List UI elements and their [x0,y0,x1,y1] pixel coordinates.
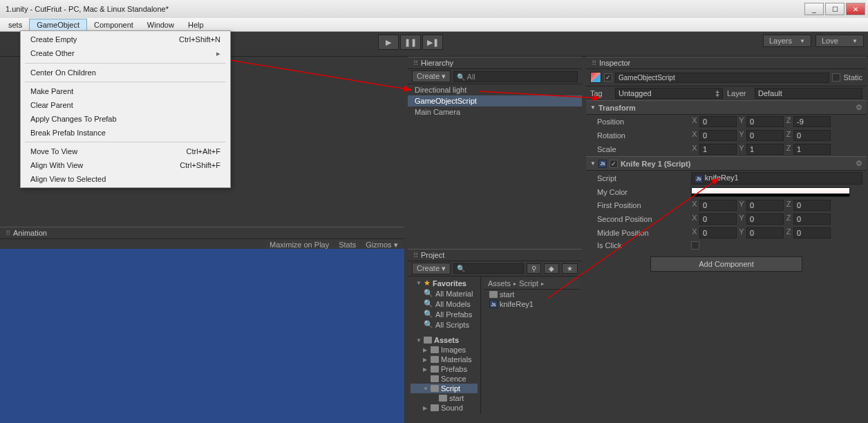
layout-dropdown[interactable]: Love▼ [815,35,864,47]
favorites-header[interactable]: ▼★Favorites [411,278,478,288]
object-name-field[interactable]: GameObjectScript [615,73,829,83]
rot-x[interactable]: 0 [699,130,737,141]
script-field[interactable]: Js knifeRey1 [691,172,862,185]
menu-window[interactable]: Window [140,19,181,30]
game-view[interactable] [0,249,404,423]
scale-z[interactable]: 1 [793,144,831,155]
folder-materials[interactable]: ▶Materials [411,355,478,364]
filter-icon[interactable]: ⚲ [527,263,541,274]
fav-all-prefabs[interactable]: 🔍All Prefabs [411,309,478,319]
hierarchy-item[interactable]: Directional light [408,84,582,95]
expand-icon: ▼ [590,104,596,111]
first-y[interactable]: 0 [746,200,784,211]
project-search[interactable]: 🔍 [453,263,524,274]
breadcrumb-script[interactable]: Script [519,279,538,288]
maximize-button[interactable]: ☐ [825,3,845,15]
isclick-checkbox[interactable] [691,241,699,250]
middle-z[interactable]: 0 [793,227,831,238]
menu-break-prefab[interactable]: Break Prefab Instance [21,126,230,140]
search-icon: 🔍 [424,310,433,319]
menu-move-to-view[interactable]: Move To ViewCtrl+Alt+F [21,144,230,158]
minimize-button[interactable]: _ [804,3,824,15]
asset-kniferey1[interactable]: JsknifeRey1 [484,299,579,309]
first-x[interactable]: 0 [699,200,737,211]
folder-icon [431,385,439,392]
fav-all-material[interactable]: 🔍All Material [411,288,478,299]
project-tab[interactable]: Project [421,251,444,259]
type-icon[interactable]: ★ [562,263,578,274]
hierarchy-item-selected[interactable]: GameObjectScript [408,95,582,106]
menu-align-with-view[interactable]: Align With ViewCtrl+Shift+F [21,158,230,172]
static-label: Static [843,73,862,82]
component-enabled-checkbox[interactable] [610,160,618,168]
pos-y[interactable]: 0 [746,116,784,127]
animation-tab[interactable]: Animation [13,229,47,237]
script-component-header[interactable]: ▼ Js Knife Rey 1 (Script) ⚙ [586,156,867,171]
fav-all-models[interactable]: 🔍All Models [411,299,478,309]
menu-create-other[interactable]: Create Other▸ [21,46,230,61]
search-icon: 🔍 [424,289,433,298]
transform-header[interactable]: ▼ Transform ⚙ [586,100,867,115]
menu-gameobject[interactable]: GameObject [29,19,87,31]
second-z[interactable]: 0 [793,214,831,225]
step-button[interactable]: ▶❚ [422,35,443,50]
folder-icon [431,346,439,353]
pause-button[interactable]: ❚❚ [400,35,421,50]
menu-component[interactable]: Component [87,19,140,30]
menu-make-parent[interactable]: Make Parent [21,84,230,98]
gear-icon[interactable]: ⚙ [856,159,862,168]
color-field[interactable] [691,187,850,197]
active-checkbox[interactable] [604,73,612,82]
label-icon[interactable]: ◆ [544,263,559,274]
menu-sets[interactable]: sets [1,19,29,30]
menu-apply-prefab[interactable]: Apply Changes To Prefab [21,112,230,126]
assets-header[interactable]: ▼Assets [411,335,478,345]
folder-icon [424,337,432,344]
hierarchy-create-button[interactable]: Create ▾ [412,70,451,82]
folder-icon [431,404,439,411]
middle-x[interactable]: 0 [699,227,737,238]
play-button[interactable]: ▶ [378,35,399,50]
rot-y[interactable]: 0 [746,130,784,141]
gameobject-icon [590,72,601,83]
inspector-tab[interactable]: Inspector [599,59,630,67]
close-button[interactable]: ✕ [846,3,865,15]
scale-y[interactable]: 1 [746,144,784,155]
hierarchy-item[interactable]: Main Camera [408,106,582,118]
menu-clear-parent[interactable]: Clear Parent [21,98,230,112]
project-create-button[interactable]: Create ▾ [412,263,451,274]
middle-y[interactable]: 0 [746,227,784,238]
asset-start[interactable]: start [484,290,579,299]
folder-script[interactable]: ▼Script [411,384,478,393]
menu-align-view-selected[interactable]: Align View to Selected [21,172,230,186]
second-x[interactable]: 0 [699,214,737,225]
tag-dropdown[interactable]: Untagged ‡ [615,88,723,99]
folder-start[interactable]: start [411,393,478,403]
menu-help[interactable]: Help [181,19,211,30]
static-checkbox[interactable] [832,73,840,82]
hierarchy-panel: ⠿Hierarchy Create ▾ 🔍 All Directional li… [408,57,582,118]
layer-dropdown[interactable]: Default [755,88,862,99]
folder-images[interactable]: ▶Images [411,345,478,355]
folder-icon [431,366,439,373]
hierarchy-search[interactable]: 🔍 All [453,71,578,82]
folder-scence[interactable]: Scence [411,374,478,384]
menu-center-on-children[interactable]: Center On Children [21,66,230,79]
folder-prefabs[interactable]: ▶Prefabs [411,364,478,374]
layers-dropdown[interactable]: Layers▼ [763,35,811,47]
add-component-button[interactable]: Add Component [650,256,802,272]
rot-z[interactable]: 0 [793,130,831,141]
scale-x[interactable]: 1 [699,144,737,155]
menu-create-empty[interactable]: Create EmptyCtrl+Shift+N [21,32,230,46]
fav-all-scripts[interactable]: 🔍All Scripts [411,319,478,330]
gear-icon[interactable]: ⚙ [856,103,862,112]
breadcrumb-assets[interactable]: Assets [488,279,511,288]
second-y[interactable]: 0 [746,214,784,225]
first-z[interactable]: 0 [793,200,831,211]
folder-icon [489,291,498,298]
search-icon: 🔍 [424,299,433,308]
pos-x[interactable]: 0 [699,116,737,127]
pos-z[interactable]: -9 [793,116,831,127]
hierarchy-tab[interactable]: Hierarchy [421,59,453,67]
folder-sound[interactable]: ▶Sound [411,403,478,413]
